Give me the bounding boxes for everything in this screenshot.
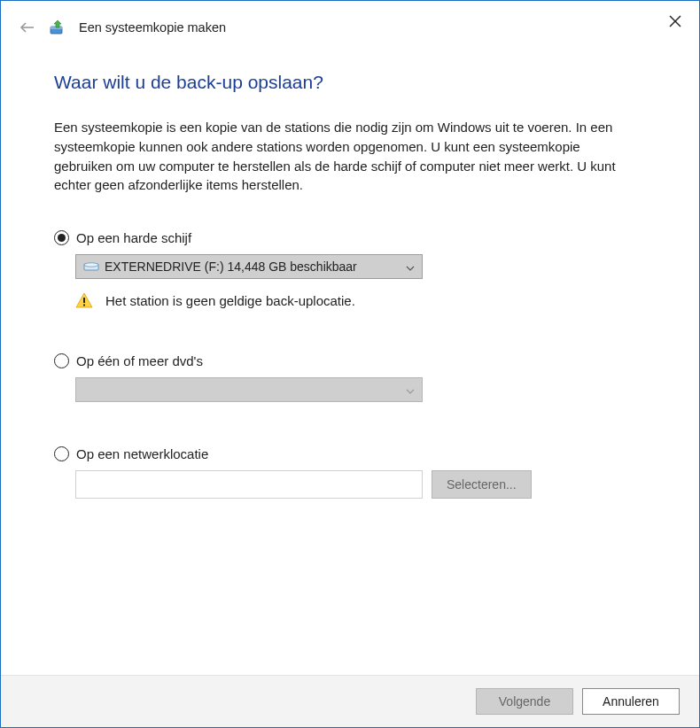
wizard-footer: Volgende Annuleren xyxy=(1,675,699,727)
cancel-button[interactable]: Annuleren xyxy=(582,688,680,715)
system-image-icon xyxy=(49,19,66,36)
arrow-left-icon xyxy=(19,21,35,34)
close-icon xyxy=(669,15,681,27)
page-description: Een systeemkopie is een kopie van de sta… xyxy=(54,118,639,195)
radio-hard-disk[interactable]: Op een harde schijf xyxy=(54,230,646,245)
wizard-title: Een systeemkopie maken xyxy=(79,20,226,35)
option-hard-disk: Op een harde schijf EXTERNEDRIVE (F:) 14… xyxy=(54,230,646,309)
radio-icon xyxy=(54,446,69,461)
warning-icon xyxy=(75,291,93,309)
radio-label-hard-disk: Op een harde schijf xyxy=(76,230,191,245)
wizard-content: Waar wilt u de back-up opslaan? Een syst… xyxy=(1,36,699,675)
chevron-down-icon xyxy=(406,383,415,397)
wizard-window: Een systeemkopie maken Waar wilt u de ba… xyxy=(0,0,700,728)
wizard-header: Een systeemkopie maken xyxy=(1,1,699,36)
network-path-input[interactable] xyxy=(75,470,423,499)
option-network: Op een netwerklocatie Selecteren... xyxy=(54,446,646,499)
hard-drive-icon xyxy=(83,260,99,273)
drive-warning-text: Het station is geen geldige back-uplocat… xyxy=(105,293,355,308)
radio-icon xyxy=(54,353,69,368)
dvd-select xyxy=(75,377,423,402)
back-button[interactable] xyxy=(19,19,36,36)
option-dvd: Op één of meer dvd's xyxy=(54,353,646,402)
drive-select-value: EXTERNEDRIVE (F:) 14,448 GB beschikbaar xyxy=(105,259,357,274)
svg-point-6 xyxy=(84,263,98,267)
radio-dvd[interactable]: Op één of meer dvd's xyxy=(54,353,646,368)
browse-button: Selecteren... xyxy=(432,470,532,499)
close-button[interactable] xyxy=(662,8,688,35)
drive-warning: Het station is geen geldige back-uplocat… xyxy=(75,291,646,309)
chevron-down-icon xyxy=(406,259,415,274)
drive-select[interactable]: EXTERNEDRIVE (F:) 14,448 GB beschikbaar xyxy=(75,254,423,279)
radio-network[interactable]: Op een netwerklocatie xyxy=(54,446,646,461)
radio-label-dvd: Op één of meer dvd's xyxy=(76,353,203,368)
page-heading: Waar wilt u de back-up opslaan? xyxy=(54,72,646,93)
svg-rect-8 xyxy=(83,298,85,303)
next-button: Volgende xyxy=(476,688,573,715)
radio-label-network: Op een netwerklocatie xyxy=(76,446,208,461)
svg-rect-9 xyxy=(83,305,85,306)
radio-icon xyxy=(54,230,69,245)
